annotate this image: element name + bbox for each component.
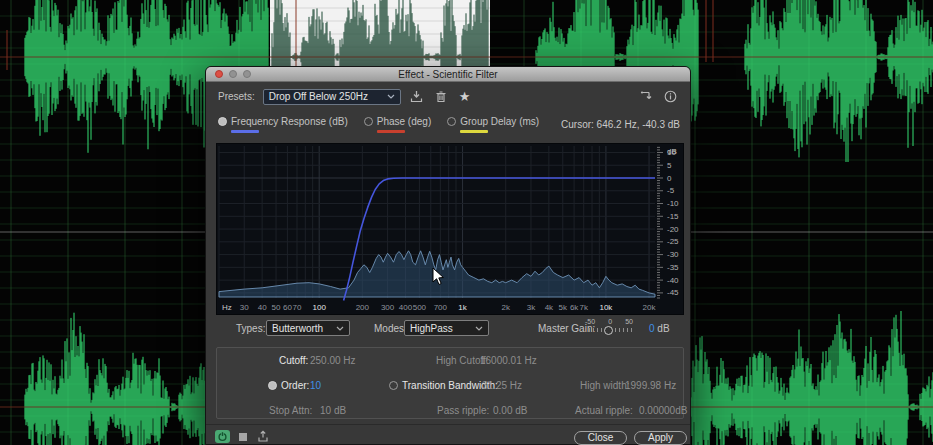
preset-dropdown[interactable]: Drop Off Below 250Hz: [263, 89, 401, 105]
routing-icon[interactable]: [638, 88, 654, 104]
close-button[interactable]: Close: [574, 431, 627, 445]
filter-mode-dropdown[interactable]: HighPass: [404, 320, 489, 336]
gain-min-label: -50: [585, 318, 595, 325]
frequency-response-color-bar: [231, 130, 259, 133]
x-tick-label: 6k: [570, 303, 579, 312]
phase-color-bar: [377, 130, 405, 133]
dialog-titlebar[interactable]: Effect - Scientific Filter: [206, 67, 690, 82]
minimize-window-icon[interactable]: [229, 70, 237, 78]
pass-ripple-value: 0.00 dB: [493, 405, 527, 416]
save-preset-icon[interactable]: [409, 89, 425, 105]
dialog-title: Effect - Scientific Filter: [398, 69, 497, 80]
types-value: Butterworth: [272, 323, 323, 334]
zoom-window-icon[interactable]: [243, 70, 251, 78]
frequency-response-radio[interactable]: [218, 117, 227, 126]
chevron-down-icon: [336, 326, 344, 331]
close-window-icon[interactable]: [215, 70, 223, 78]
mode-phase[interactable]: Phase (deg): [364, 116, 431, 133]
x-tick-label: 300: [381, 303, 395, 312]
stop-icon[interactable]: [239, 433, 247, 441]
y-tick-label: -10: [667, 199, 679, 208]
mode-label: Phase (deg): [377, 116, 431, 127]
order-value[interactable]: 10: [310, 380, 321, 391]
filter-mode-value: HighPass: [410, 323, 453, 334]
types-dropdown[interactable]: Butterworth: [266, 320, 350, 336]
x-tick-label: 10k: [599, 303, 613, 312]
display-mode-row: Frequency Response (dB) Phase (deg) Grou…: [218, 116, 539, 133]
x-tick-label: 4k: [545, 303, 554, 312]
mode-label: Frequency Response (dB): [231, 116, 348, 127]
delete-preset-icon[interactable]: [433, 89, 449, 105]
mode-label: Group Delay (ms): [460, 116, 539, 127]
gain-ticks-right: [615, 328, 632, 332]
dialog-tools: [638, 88, 678, 104]
transition-bandwidth-value: 31.25 Hz: [482, 380, 522, 391]
gain-value-unit: dB: [657, 323, 669, 334]
y-tick-label: -20: [667, 225, 679, 234]
scientific-filter-dialog: Effect - Scientific Filter Presets: Drop…: [205, 66, 691, 445]
mouse-cursor: [431, 267, 445, 287]
export-settings-icon[interactable]: [256, 429, 270, 444]
mode-group-delay[interactable]: Group Delay (ms): [447, 116, 539, 133]
x-tick-label: 70: [293, 303, 302, 312]
high-cutoff-value: 16000.01 Hz: [480, 355, 537, 366]
actual-ripple-label: Actual ripple:: [575, 405, 633, 416]
master-gain-value: 0 dB: [649, 323, 670, 334]
master-gain-knob[interactable]: [604, 326, 613, 335]
x-tick-label: 60: [283, 303, 292, 312]
order-label: Order:: [281, 380, 309, 391]
order-radio[interactable]: [268, 381, 277, 390]
x-tick-label: 40: [258, 303, 267, 312]
cutoff-label: Cutoff:: [279, 355, 308, 366]
gain-value-number: 0: [649, 323, 655, 334]
high-width-label: High width:: [580, 380, 629, 391]
filter-graph[interactable]: dB1050-5-10-15-20-25-30-35-40-45Hz304050…: [216, 143, 684, 315]
y-tick-label: -15: [667, 212, 679, 221]
x-tick-label: 3k: [527, 303, 536, 312]
actual-ripple-value: 0.00000dB: [639, 405, 687, 416]
y-tick-label: -5: [667, 186, 675, 195]
y-tick-label: 10: [667, 148, 676, 157]
gain-mid-label: 0: [608, 318, 612, 325]
parameters-panel: Cutoff: 250.00 Hz High Cutoff: 16000.01 …: [216, 347, 684, 419]
types-label: Types:: [236, 323, 265, 334]
y-tick-label: 0: [667, 174, 672, 183]
preset-dropdown-value: Drop Off Below 250Hz: [269, 91, 368, 102]
window-controls: [215, 70, 251, 78]
y-tick-label: -35: [667, 263, 679, 272]
x-tick-label: 50: [272, 303, 281, 312]
y-tick-label: -45: [667, 288, 679, 297]
x-tick-label: 1k: [458, 303, 467, 312]
x-tick-label: 400: [399, 303, 413, 312]
modes-label: Modes:: [374, 323, 407, 334]
favorite-star-icon[interactable]: ★: [457, 89, 473, 105]
x-axis-unit: Hz: [222, 303, 232, 312]
mode-frequency-response[interactable]: Frequency Response (dB): [218, 116, 348, 133]
gain-ticks-left: [585, 328, 602, 332]
y-tick-label: -40: [667, 276, 679, 285]
high-width-value: 1999.98 Hz: [625, 380, 676, 391]
cutoff-value[interactable]: 250.00 Hz: [310, 355, 356, 366]
presets-row: Presets: Drop Off Below 250Hz ★: [218, 88, 473, 105]
x-tick-label: 500: [413, 303, 427, 312]
master-gain-slider[interactable]: -50 0 50: [584, 318, 634, 336]
y-tick-label: -25: [667, 237, 679, 246]
apply-button[interactable]: Apply: [634, 431, 687, 445]
stop-attn-label: Stop Attn:: [269, 405, 312, 416]
effect-power-toggle[interactable]: [215, 430, 230, 443]
stop-attn-value: 10 dB: [320, 405, 346, 416]
cursor-readout: Cursor: 646.2 Hz, -40.3 dB: [561, 119, 680, 130]
info-icon[interactable]: [662, 88, 678, 104]
group-delay-radio[interactable]: [447, 117, 456, 126]
chevron-down-icon: [475, 326, 483, 331]
x-tick-label: 100: [313, 303, 327, 312]
master-gain-track[interactable]: [584, 326, 634, 336]
pass-ripple-label: Pass ripple:: [437, 405, 489, 416]
transition-bandwidth-radio[interactable]: [389, 381, 398, 390]
x-tick-label: 20k: [643, 303, 657, 312]
y-tick-label: 5: [667, 161, 672, 170]
phase-radio[interactable]: [364, 117, 373, 126]
dialog-footer: Close Apply: [206, 424, 690, 445]
x-tick-label: 200: [356, 303, 370, 312]
group-delay-color-bar: [460, 130, 488, 133]
